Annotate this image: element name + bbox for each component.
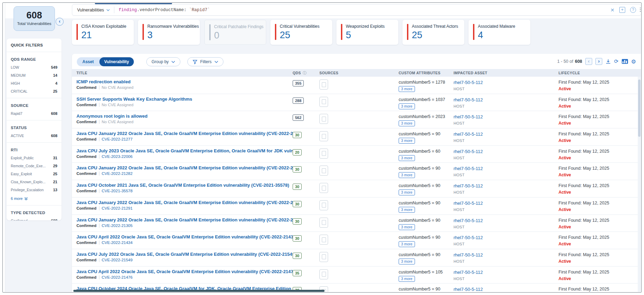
tab-vulnerability[interactable]: Vulnerability [99, 57, 134, 66]
vulnerability-title-link[interactable]: ICMP redirection enabled [76, 79, 293, 84]
vertical-scrollbar-thumb[interactable] [638, 79, 641, 137]
filter-item-critical[interactable]: CRITICAL25 [11, 89, 57, 93]
more-attributes-button[interactable]: 3 more [399, 103, 415, 109]
filter-item-cisa-known-exploit[interactable]: Cisa_Known_Explo...21 [11, 180, 57, 184]
filter-item-rapid7[interactable]: Rapid7608 [11, 111, 57, 116]
clear-search-icon[interactable]: ✕ [610, 7, 614, 13]
filter-item-privilege-escalation[interactable]: Privilege_Escalation13 [11, 188, 57, 192]
impacted-asset-link[interactable]: rhel7-50-5-112 [454, 114, 559, 119]
vulnerability-title-link[interactable]: Java CPU January 2022 Oracle Java SE, Or… [76, 165, 293, 170]
vulnerability-title-link[interactable]: Java CPU July 2023 Oracle Java SE, Oracl… [76, 148, 293, 153]
impacted-asset-link[interactable]: rhel7-50-5-112 [454, 218, 559, 223]
tab-asset[interactable]: Asset [77, 59, 99, 64]
filters-dropdown[interactable]: Filters [187, 57, 223, 66]
menu-icon[interactable] [640, 8, 641, 13]
cve-link[interactable]: CVE-2022-21305 [102, 224, 133, 228]
settings-gear-icon[interactable]: ⚙ [631, 58, 636, 65]
help-icon[interactable]: ? [630, 7, 636, 13]
filter-item-low[interactable]: LOW549 [11, 65, 57, 69]
divider [7, 120, 62, 120]
detection-status-label: Confirmed [76, 241, 97, 245]
more-attributes-button[interactable]: 3 more [399, 224, 415, 230]
cve-link[interactable]: CVE-2022-21476 [102, 275, 133, 279]
filter-item-medium[interactable]: MEDIUM14 [11, 73, 57, 77]
vulnerability-title-link[interactable]: Java CPU January 2022 Oracle Java SE, Or… [76, 131, 293, 136]
more-attributes-button[interactable]: 3 more [399, 259, 415, 264]
asset-type-label: HOST [454, 190, 559, 194]
impacted-asset-link[interactable]: rhel7-50-5-112 [454, 183, 559, 188]
source-icon [319, 200, 328, 210]
more-attributes-button[interactable]: 3 more [399, 189, 415, 195]
filter-item-high[interactable]: HIGH4 [11, 81, 57, 85]
vulnerability-title-link[interactable]: Java CPU July 2022 Oracle Java SE, Oracl… [76, 252, 293, 257]
no-cve-label: No CVE Assigned [102, 103, 133, 107]
first-found-label: First Found: May 12, 2025 [559, 183, 638, 188]
next-page-button[interactable]: › [595, 58, 602, 65]
show-more-link[interactable]: 6 more [11, 196, 57, 201]
impacted-asset-link[interactable]: rhel7-50-5-112 [454, 270, 559, 275]
impacted-asset-link[interactable]: rhel7-50-5-112 [454, 149, 559, 154]
info-icon[interactable]: ⓘ [303, 70, 307, 76]
impacted-asset-link[interactable]: rhel7-50-5-112 [454, 80, 559, 85]
search-scope-dropdown[interactable]: Vulnerabilities [72, 5, 114, 15]
vulnerability-title-link[interactable]: Java CPU January 2022 Oracle Java SE, Or… [76, 200, 293, 205]
refresh-icon[interactable]: ⟳ [614, 58, 619, 65]
cve-link[interactable]: CVE-2022-21282 [102, 171, 133, 176]
impacted-asset-link[interactable]: rhel7-50-5-112 [454, 97, 559, 102]
filter-item-active[interactable]: ACTIVE608 [11, 134, 57, 138]
stat-card-cisa-known-exploitable[interactable]: CISA Known Exploitable 21 [72, 20, 134, 45]
stat-value: 3 [147, 30, 153, 41]
more-attributes-button[interactable]: 3 more [399, 172, 415, 178]
cve-link[interactable]: CVE-2022-21434 [102, 241, 133, 245]
more-attributes-button[interactable]: 3 more [399, 207, 415, 213]
filter-item-confirmed[interactable]: Confirmed608 [11, 219, 57, 220]
add-to-dashboard-icon[interactable]: + [619, 7, 625, 13]
filter-item-remote-code-exec[interactable]: Remote_Code_Exe...29 [11, 164, 57, 168]
vertical-scrollbar[interactable] [638, 77, 641, 292]
download-icon[interactable] [605, 59, 611, 64]
more-attributes-button[interactable]: 3 more [399, 155, 415, 161]
vulnerability-title-link[interactable]: Anonymous root login is allowed [76, 113, 293, 119]
qds-score-badge: 30 [293, 218, 302, 225]
total-vulnerabilities-card: 608 Total Vulnerabilities [14, 6, 55, 31]
more-attributes-button[interactable]: 3 more [399, 120, 415, 126]
impacted-asset-link[interactable]: rhel7-50-5-112 [454, 132, 559, 137]
vulnerability-title-link[interactable]: Java CPU April 2022 Oracle Java SE, Orac… [76, 269, 293, 274]
vulnerability-title-link[interactable]: Java CPU October 2021 Java SE, Oracle Gr… [76, 183, 293, 188]
horizontal-scrollbar[interactable] [73, 290, 325, 292]
impacted-asset-link[interactable]: rhel7-50-5-112 [454, 201, 559, 206]
stat-card-critical-vulnerabilities[interactable]: Critical Vulnerabilities 25 [270, 20, 332, 45]
stat-card-ransomware-vulnerabilities[interactable]: Ransomware Vulnerabilities 3 [138, 20, 200, 45]
stat-card-associated-threat-actors[interactable]: Associated Threat Actors 25 [402, 20, 464, 45]
group-by-dropdown[interactable]: Group by [146, 57, 180, 66]
cve-link[interactable]: CVE-2023-22006 [102, 154, 133, 159]
chart-view-icon[interactable] [622, 59, 628, 64]
vulnerability-title-link[interactable]: Java CPU January 2022 Oracle Java SE, Or… [76, 217, 293, 222]
impacted-asset-link[interactable]: rhel7-50-5-112 [454, 252, 559, 258]
collapse-sidebar-button[interactable]: ‹ [56, 18, 64, 26]
impacted-asset-link[interactable]: rhel7-50-5-112 [454, 287, 559, 292]
filter-item-exploit-public[interactable]: Exploit_Public31 [11, 156, 57, 160]
impacted-asset-link[interactable]: rhel7-50-5-112 [454, 166, 559, 171]
cve-link[interactable]: CVE-2022-21277 [102, 137, 133, 141]
more-attributes-button[interactable]: 3 more [399, 138, 415, 144]
stat-card-critical-patchable-findings[interactable]: Critical Patchable Findings 0 [204, 20, 266, 45]
filter-item-easy-exploit[interactable]: Easy_Exploit25 [11, 172, 57, 176]
source-icon [319, 269, 328, 279]
source-icon [319, 131, 328, 141]
stat-card-weaponized-exploits[interactable]: Weaponized Exploits 5 [336, 20, 398, 45]
vulnerability-title-link[interactable]: Java CPU April 2022 Oracle Java SE, Orac… [76, 234, 293, 239]
vulnerability-title-link[interactable]: SSH Server Supports Weak Key Exchange Al… [76, 96, 293, 102]
cve-link[interactable]: CVE-2022-21549 [102, 258, 133, 262]
stat-card-associated-malware[interactable]: Associated Malware 4 [468, 20, 530, 45]
total-label: Total Vulnerabilities [14, 22, 55, 26]
search-query-input[interactable]: finding.vendorProductName: `Rapid7` [114, 8, 610, 12]
more-attributes-button[interactable]: 3 more [399, 276, 415, 282]
more-attributes-button[interactable]: 3 more [399, 241, 415, 247]
cve-link[interactable]: CVE-2022-21291 [102, 206, 133, 210]
impacted-asset-link[interactable]: rhel7-50-5-112 [454, 235, 559, 240]
cve-link[interactable]: CVE-2021-35578 [102, 189, 133, 193]
prev-page-button[interactable]: ‹ [585, 58, 592, 65]
more-attributes-button[interactable]: 3 more [399, 86, 415, 92]
status-bar [76, 24, 78, 40]
